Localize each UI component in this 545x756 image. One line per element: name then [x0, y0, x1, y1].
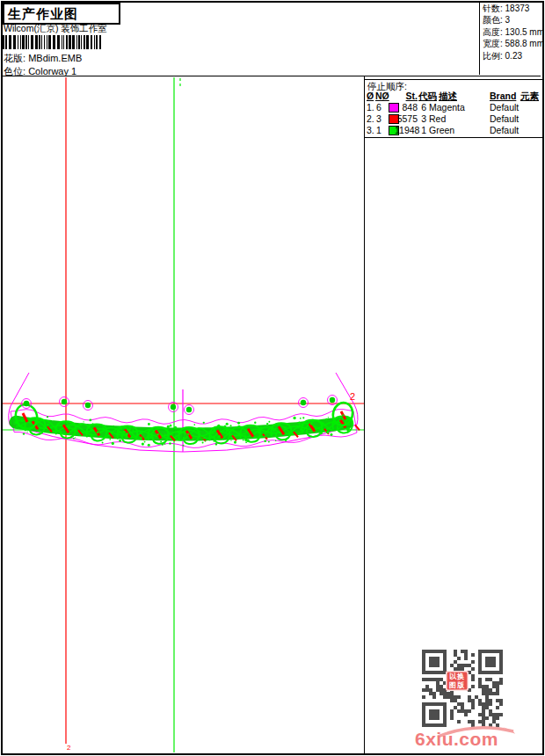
studio-name: Wilcom(汇京) 装饰工作室	[4, 23, 107, 35]
col-order: Ø	[367, 91, 374, 102]
col-stitches: St.	[395, 91, 418, 102]
stop-row-3: 3. 1 11948 1 Green Default	[365, 125, 542, 136]
colorway-value: Colorway 1	[28, 66, 76, 76]
col-needle: NØ	[375, 91, 389, 102]
stop-table-header: Ø NØ St. 代码 描述 Brand 元素	[365, 91, 542, 102]
colorway-row: 色位: Colorway 1	[4, 65, 76, 78]
barcode	[3, 35, 105, 49]
stitches-row: 针数: 18373	[483, 3, 544, 14]
height-row: 高度: 130.5 mm	[483, 26, 544, 38]
design-info-box: 针数: 18373 颜色: 3 高度: 130.5 mm 宽度: 588.8 m…	[479, 3, 544, 75]
width-row: 宽度: 588.8 mm	[483, 38, 544, 49]
scale-row: 比例: 0.23	[483, 50, 544, 62]
qr-center-seal: 以换 图版	[446, 671, 469, 691]
col-element: 元素	[520, 91, 539, 102]
design-file-value: MBdim.EMB	[28, 53, 82, 63]
stop-sequence-table: 停止顺序: Ø NØ St. 代码 描述 Brand 元素 1. 6 848 6…	[364, 79, 543, 138]
stop-row-2: 2. 3 5575 3 Red Default	[365, 113, 542, 125]
colorway-label: 色位:	[4, 66, 25, 76]
page-title: 生产作业图	[3, 3, 120, 25]
watermark: 6xiu.com	[415, 729, 498, 750]
col-code: 代码	[418, 91, 437, 102]
design-area-divider	[364, 76, 365, 753]
stop-row-1: 1. 6 848 6 Magenta Default	[365, 102, 542, 113]
colors-row: 颜色: 3	[483, 14, 544, 25]
production-worksheet: 22 生产作业图 Wilcom(汇京) 装饰工作室 花版: MBdim.EMB …	[0, 0, 545, 756]
col-desc: 描述	[439, 91, 457, 102]
design-file-row: 花版: MBdim.EMB	[4, 52, 82, 65]
col-brand: Brand	[490, 91, 516, 102]
design-file-label: 花版:	[4, 53, 25, 63]
